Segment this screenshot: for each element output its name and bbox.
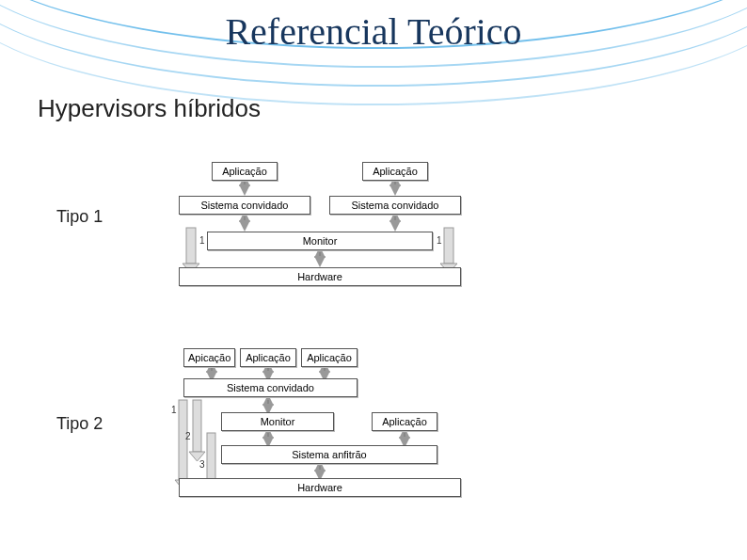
- d1-app-right: Aplicação: [362, 162, 428, 181]
- d2-app2: Aplicação: [240, 348, 296, 367]
- d1-hardware: Hardware: [179, 267, 461, 286]
- slide: Referencial Teórico Hypervisors híbridos…: [0, 0, 747, 560]
- svg-rect-30: [193, 400, 201, 452]
- subtitle: Hypervisors híbridos: [38, 94, 261, 123]
- d2-app1: Apicação: [183, 348, 235, 367]
- d1-guest-right: Sistema convidado: [329, 196, 461, 215]
- d1-monitor: Monitor: [207, 232, 433, 250]
- d2-num3: 3: [199, 459, 205, 470]
- d1-num-right: 1: [437, 235, 442, 246]
- type2-label: Tipo 2: [56, 414, 103, 434]
- svg-rect-32: [207, 433, 215, 480]
- d1-app-left: Aplicação: [212, 162, 278, 181]
- page-title: Referencial Teórico: [0, 9, 747, 54]
- d2-aplic-side: Aplicação: [372, 412, 437, 431]
- d2-num2: 2: [185, 431, 191, 441]
- d2-host: Sistema anfitrão: [221, 445, 437, 464]
- d2-app3: Aplicação: [301, 348, 358, 367]
- slide-header: Referencial Teórico: [0, 0, 747, 75]
- diagram2-arrows: [160, 348, 480, 527]
- d1-num-left: 1: [199, 235, 205, 246]
- type1-label: Tipo 1: [56, 207, 103, 227]
- d2-hardware: Hardware: [179, 478, 461, 497]
- d1-guest-left: Sistema convidado: [179, 196, 310, 215]
- d2-guest: Sistema convidado: [183, 378, 358, 397]
- svg-rect-8: [186, 228, 196, 264]
- svg-rect-10: [444, 228, 453, 264]
- d2-monitor: Monitor: [221, 412, 334, 431]
- d2-num1: 1: [171, 405, 177, 415]
